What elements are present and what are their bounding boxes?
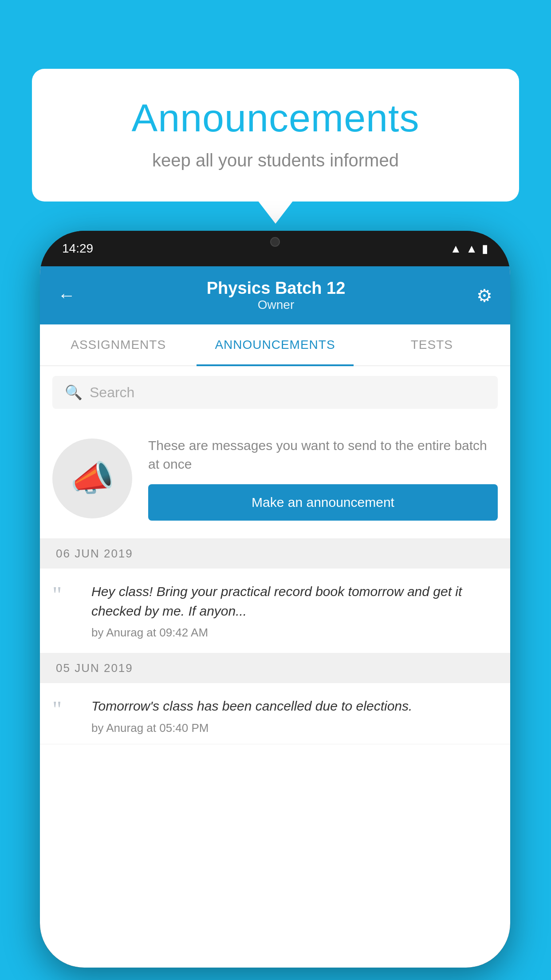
announcement-text-1: Hey class! Bring your practical record b… <box>91 582 498 620</box>
tab-announcements[interactable]: ANNOUNCEMENTS <box>197 324 353 365</box>
settings-icon[interactable]: ⚙ <box>476 285 492 306</box>
battery-icon: ▮ <box>482 242 488 256</box>
announcement-meta-2: by Anurag at 05:40 PM <box>91 721 498 735</box>
tabs-bar: ASSIGNMENTS ANNOUNCEMENTS TESTS <box>40 324 510 366</box>
notch <box>235 231 315 253</box>
search-container: 🔍 Search <box>40 366 510 419</box>
back-button[interactable]: ← <box>58 285 75 305</box>
status-bar: 14:29 ▲ ▲ ▮ <box>40 231 510 266</box>
tab-assignments[interactable]: ASSIGNMENTS <box>40 324 197 365</box>
prompt-right: These are messages you want to send to t… <box>148 436 498 521</box>
search-bar[interactable]: 🔍 Search <box>52 376 498 409</box>
megaphone-circle: 📣 <box>52 439 132 518</box>
status-icons: ▲ ▲ ▮ <box>450 242 488 256</box>
quote-icon-2: " <box>52 696 79 721</box>
announcement-prompt: 📣 These are messages you want to send to… <box>40 419 510 539</box>
speech-bubble: Announcements keep all your students inf… <box>32 69 519 202</box>
announcement-content-1: Hey class! Bring your practical record b… <box>91 582 498 640</box>
bubble-subtitle: keep all your students informed <box>67 150 484 170</box>
tab-tests[interactable]: TESTS <box>354 324 510 365</box>
megaphone-icon: 📣 <box>70 458 114 499</box>
announcement-item-1[interactable]: " Hey class! Bring your practical record… <box>40 569 510 653</box>
camera-dot <box>270 237 280 247</box>
wifi-icon: ▲ <box>450 242 462 256</box>
make-announcement-button[interactable]: Make an announcement <box>148 484 498 521</box>
bubble-title: Announcements <box>67 95 484 141</box>
quote-icon-1: " <box>52 582 79 607</box>
batch-title: Physics Batch 12 <box>207 279 346 298</box>
app-header: ← Physics Batch 12 Owner ⚙ <box>40 266 510 324</box>
signal-icon: ▲ <box>466 242 477 256</box>
announcement-content-2: Tomorrow's class has been cancelled due … <box>91 696 498 735</box>
phone-frame: 14:29 ▲ ▲ ▮ ← Physics Batch 12 Owner ⚙ A… <box>40 231 510 968</box>
announcement-item-2[interactable]: " Tomorrow's class has been cancelled du… <box>40 683 510 744</box>
status-time: 14:29 <box>62 241 93 256</box>
header-center: Physics Batch 12 Owner <box>207 279 346 312</box>
batch-role: Owner <box>207 298 346 312</box>
search-placeholder: Search <box>90 384 134 401</box>
prompt-description: These are messages you want to send to t… <box>148 436 498 474</box>
speech-bubble-wrapper: Announcements keep all your students inf… <box>32 69 519 202</box>
announcement-text-2: Tomorrow's class has been cancelled due … <box>91 696 498 716</box>
announcement-meta-1: by Anurag at 09:42 AM <box>91 626 498 640</box>
search-icon: 🔍 <box>65 384 83 401</box>
date-label-1: 06 JUN 2019 <box>56 547 133 560</box>
app-screen: ← Physics Batch 12 Owner ⚙ ASSIGNMENTS A… <box>40 266 510 968</box>
date-separator-1: 06 JUN 2019 <box>40 539 510 569</box>
date-separator-2: 05 JUN 2019 <box>40 653 510 683</box>
date-label-2: 05 JUN 2019 <box>56 661 133 675</box>
